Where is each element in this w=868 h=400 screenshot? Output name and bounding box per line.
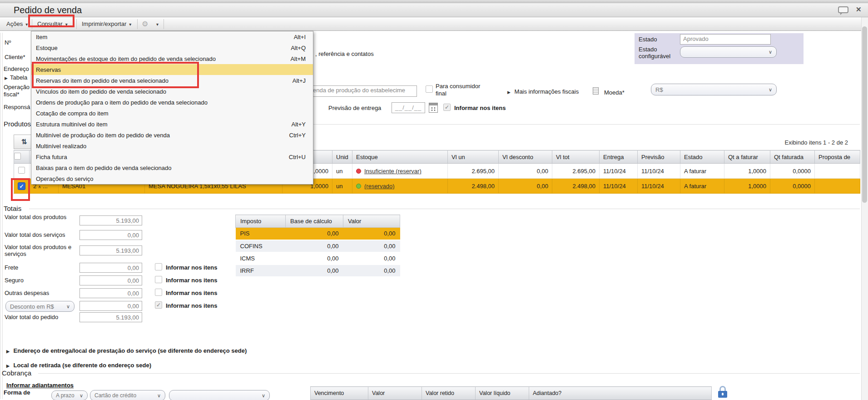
col-vl-desconto[interactable]: Vl desconto [499, 150, 552, 164]
arrow-right-icon: ▶ [6, 364, 10, 368]
annotation-box-consultar [28, 15, 74, 27]
col-previsao[interactable]: Previsão [638, 150, 680, 164]
menu-item-multinivel-producao[interactable]: Multinível de produção do item do pedido… [31, 130, 313, 140]
row1-previsao: 11/10/24 [638, 164, 680, 179]
estado-input[interactable]: Aprovado [680, 34, 771, 45]
estoque-reservar-link[interactable]: Insuficiente (reservar) [364, 168, 422, 175]
imposto-row-cofins[interactable]: COFINS 0,00 0,00 [236, 240, 400, 252]
menu-item-item[interactable]: ItemAlt+I [31, 31, 313, 42]
comment-icon[interactable] [838, 6, 848, 13]
toolbar-separator [164, 19, 164, 29]
col-estoque[interactable]: Estoque [352, 150, 448, 164]
desconto-informar-checkbox-checked[interactable]: ✓ [155, 301, 162, 309]
sort-up-icon[interactable]: ∧ [38, 185, 41, 189]
col-base-calculo: Base de cálculo [286, 215, 343, 228]
valor-servicos-input[interactable]: 0,00 [79, 230, 142, 240]
col-qt-a-faturar[interactable]: Qt a faturar [724, 150, 770, 164]
empty-select[interactable]: ∨ [169, 390, 270, 400]
moeda-select[interactable]: R$∨ [651, 84, 777, 95]
valor-pedido-input[interactable]: 5.193,00 [79, 312, 142, 322]
gear-icon[interactable]: ⚙ [139, 19, 151, 30]
informar-nos-itens-checkbox-data[interactable]: ✓ [443, 104, 451, 111]
col-unid[interactable]: Unid [332, 150, 352, 164]
row1-qt-faturada: 0,0000 [770, 164, 815, 179]
valor-produtos-input[interactable]: 5.193,00 [79, 215, 142, 225]
chevron-down-icon: ∨ [769, 49, 772, 55]
estoque-reservado-link[interactable]: (reservado) [364, 183, 394, 190]
para-consumidor-final-checkbox[interactable] [426, 85, 433, 93]
valor-prod-serv-input[interactable]: 5.193,00 [79, 245, 142, 255]
mais-informacoes-fiscais-expander[interactable]: ▶ Mais informações fiscais [507, 88, 579, 95]
fieldset-line [29, 209, 860, 209]
outras-informar-label: Informar nos itens [166, 290, 217, 296]
col-proposta[interactable]: Proposta de [815, 150, 860, 164]
scrollbar-thumb[interactable] [862, 26, 867, 203]
menu-item-estoque[interactable]: EstoqueAlt+Q [31, 42, 313, 53]
col-valor: Valor [368, 387, 422, 400]
frete-informar-checkbox[interactable] [155, 263, 162, 270]
imposto-row-irrf[interactable]: IRRF 0,00 0,00 [236, 265, 400, 277]
row2-estoque: (reservado) [352, 179, 448, 194]
estado-configuravel-select[interactable]: ∨ [680, 46, 777, 58]
responsavel-label: Responsá [4, 104, 30, 110]
desconto-select[interactable]: Desconto em R$∨ [5, 301, 74, 312]
moeda-label: Moeda* [604, 89, 625, 96]
row2-vl-tot: 2.498,00 [552, 179, 600, 194]
gear-menu-button[interactable]: ▾ [151, 19, 161, 30]
fieldset-line [38, 373, 860, 374]
row1-estado: A faturar [680, 164, 724, 179]
imposto-row-pis-selected[interactable]: PIS 0,00 0,00 [236, 228, 400, 240]
imprimir-exportar-button[interactable]: Imprimir/exportar▾ [79, 19, 134, 30]
document-icon[interactable] [593, 87, 599, 95]
previsao-entrega-input[interactable]: __/__/__ [392, 102, 425, 113]
imposto-row-icms[interactable]: ICMS 0,00 0,00 [236, 252, 400, 265]
local-retirada-expander[interactable]: ▶ Local de retirada (se diferente do end… [6, 362, 151, 369]
row2-vl-un: 2.498,00 [448, 179, 499, 194]
desconto-input[interactable]: 0,00 [79, 301, 142, 311]
prazo-select[interactable]: A prazo∨ [51, 390, 88, 400]
estado-label: Estado [639, 36, 657, 43]
outras-informar-checkbox[interactable] [155, 289, 162, 296]
col-vl-un[interactable]: Vl un [448, 150, 499, 164]
lock-icon[interactable] [717, 386, 729, 400]
col-entrega[interactable]: Entrega [600, 150, 638, 164]
seguro-informar-checkbox[interactable] [155, 276, 162, 283]
tabela-expander[interactable]: ▶Tabela [5, 74, 27, 81]
seguro-input[interactable]: 0,00 [79, 275, 142, 285]
col-imposto: Imposto [236, 215, 286, 228]
estado-configuravel-label: Estado [639, 46, 657, 53]
forma-de-label: Forma de [4, 389, 30, 396]
menu-item-ordens-de-producao[interactable]: Ordens de produção para o item do pedido… [31, 97, 313, 108]
select-all-checkbox[interactable] [14, 153, 21, 160]
calendar-icon[interactable] [429, 103, 438, 113]
annotation-box-checkbox [11, 178, 30, 201]
menu-item-ficha-futura[interactable]: Ficha futuraCtrl+U [31, 151, 313, 162]
col-estado[interactable]: Estado [680, 150, 724, 164]
endereco-entrega-expander[interactable]: ▶ Endereço de entrega/local de prestação… [6, 347, 247, 354]
frete-input[interactable]: 0,00 [79, 263, 142, 273]
informar-adiantamentos-link[interactable]: Informar adiantamentos [6, 382, 74, 389]
seguro-informar-label: Informar nos itens [166, 277, 217, 284]
menu-item-operacoes-do-servico[interactable]: Operações do serviço [31, 173, 313, 184]
col-qt-faturada[interactable]: Qt faturada [770, 150, 815, 164]
menu-item-multinivel-realizado[interactable]: Multinível realizado [31, 140, 313, 151]
col-vl-tot[interactable]: Vl tot [552, 150, 600, 164]
impostos-header-row: Imposto Base de cálculo Valor [236, 215, 400, 228]
row1-checkbox[interactable] [18, 167, 25, 174]
close-icon[interactable]: ✕ [856, 5, 862, 14]
acoes-button[interactable]: Ações▾ [4, 19, 30, 30]
para-consumidor-final-label: Para consumidor final [436, 83, 486, 97]
outras-despesas-input[interactable]: 0,00 [79, 288, 142, 298]
valor-prod-serv-label: Valor total dos produtos e serviços [5, 244, 73, 257]
cartao-select[interactable]: Cartão de crédito∨ [90, 390, 165, 400]
cobranca-section-title: Cobrança [2, 369, 31, 377]
stock-reserved-icon [356, 184, 361, 189]
menu-item-estrutura-multinivel[interactable]: Estrutura multinível do itemAlt+Y [31, 119, 313, 130]
menu-item-cotacao-de-compra[interactable]: Cotação de compra do item [31, 108, 313, 119]
col-vencimento: Vencimento [311, 387, 368, 400]
select-all-header[interactable] [14, 150, 30, 164]
row1-unid: un [332, 164, 352, 179]
menu-item-baixas-para-o-item[interactable]: Baixas para o item do pedido de venda se… [31, 162, 313, 173]
row2-proposta [815, 179, 860, 194]
row2-unid: un [332, 179, 352, 194]
